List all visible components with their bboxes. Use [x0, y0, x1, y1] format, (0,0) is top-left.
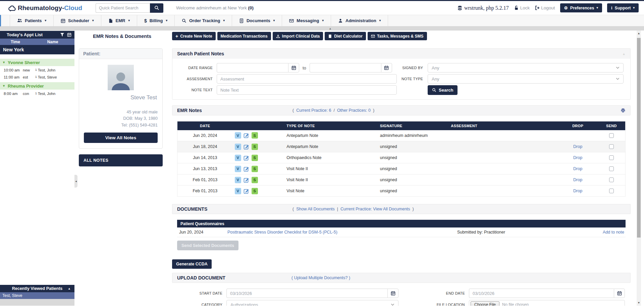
send-checkbox[interactable] [609, 155, 614, 160]
generate-ccda-button[interactable]: Generate CCDA [172, 259, 212, 269]
nav-messaging[interactable]: Messaging▾ [282, 15, 331, 26]
nav-emr[interactable]: EMR▾ [101, 15, 137, 26]
show-all-documents-link[interactable]: Show All Documents [296, 207, 335, 211]
logout-button[interactable]: Logout [535, 5, 555, 10]
view-note-button[interactable]: V [235, 166, 241, 172]
server-info-text: wrstrunk, php 5.2.17 [464, 5, 509, 11]
view-all-notes-button[interactable]: View All Notes [84, 133, 158, 143]
note-type-select[interactable]: Any [428, 74, 624, 84]
provider-group-header[interactable]: ▾ Yvonne Sherrer [0, 59, 74, 66]
view-note-button[interactable]: V [235, 155, 241, 161]
all-notes-button[interactable]: ALL NOTES [79, 154, 163, 166]
collapse-handle-icon[interactable]: ▲ [329, 27, 332, 30]
recently-viewed-header[interactable]: Recently Viewed Patients ▲ [0, 285, 74, 292]
drop-link[interactable]: Drop [573, 155, 582, 160]
view-all-documents-link[interactable]: Current Practice: View All Documents [340, 207, 410, 211]
date-from-calendar-button[interactable] [288, 63, 299, 72]
drop-link[interactable]: Drop [573, 189, 582, 193]
medication-transactions-button[interactable]: Medication Transactions [217, 32, 271, 40]
scroll-up-icon[interactable]: ▲ [637, 32, 641, 35]
search-button[interactable]: Search [428, 85, 458, 95]
drop-link[interactable]: Drop [573, 177, 582, 182]
choose-file-button[interactable]: Choose File [471, 301, 499, 306]
appt-patient[interactable]: Test, Steve [38, 75, 57, 79]
nav-billing[interactable]: $ Billing▾ [137, 15, 175, 26]
nav-order-tracking[interactable]: Order Tracking▾ [175, 15, 232, 26]
drop-link[interactable]: Drop [573, 144, 582, 149]
sign-note-button[interactable]: S [252, 132, 258, 139]
add-to-note-link[interactable]: Add to note [603, 230, 624, 235]
nav-documents[interactable]: Documents▾ [232, 15, 282, 26]
scroll-down-icon[interactable]: ▼ [637, 301, 641, 304]
create-new-note-button[interactable]: + Create New Note [172, 32, 216, 40]
view-note-button[interactable]: V [235, 132, 241, 139]
users-icon [17, 18, 22, 23]
sign-note-button[interactable]: S [252, 155, 258, 161]
note-type: Visit Note II [284, 174, 378, 186]
nav-patients[interactable]: Patients▾ [10, 15, 54, 26]
print-icon[interactable] [621, 108, 626, 113]
assessment-input[interactable] [217, 74, 397, 84]
support-button[interactable]: i Support ▾ [607, 3, 639, 12]
start-date-input[interactable] [226, 289, 387, 298]
provider-group-header[interactable]: ▾ Rheuma Provider [0, 82, 74, 90]
start-date-calendar-button[interactable] [387, 289, 398, 298]
app-logo[interactable]: Rheumatology-Cloud [7, 4, 82, 12]
recent-patient-item[interactable]: Test, Steve [0, 292, 74, 299]
sign-note-button[interactable]: S [252, 144, 258, 150]
view-note-button[interactable]: V [235, 177, 241, 183]
filter-icon[interactable] [60, 33, 64, 37]
sidebar-collapse-handle[interactable]: ◂ [74, 175, 77, 188]
sign-note-button[interactable]: S [252, 177, 258, 183]
edit-note-icon[interactable] [244, 144, 249, 150]
calendar-icon[interactable] [67, 33, 71, 37]
edit-note-icon[interactable] [244, 177, 249, 183]
import-clinical-data-button[interactable]: Import Clinical Data [273, 32, 323, 40]
col-signature: SIGNATURE [378, 121, 449, 130]
calendar-icon [391, 291, 395, 296]
sign-note-button[interactable]: S [252, 166, 258, 172]
view-note-button[interactable]: V [235, 188, 241, 194]
diet-calculator-button[interactable]: Diet Calculator [325, 32, 366, 40]
emr-notes-section: EMR Notes ( Current Practice: 6 / Other … [172, 105, 631, 197]
appt-patient[interactable]: Test, John [38, 92, 55, 96]
date-to-input[interactable] [310, 63, 381, 72]
date-from-input[interactable] [217, 63, 288, 72]
end-date-calendar-button[interactable] [614, 289, 625, 298]
send-checkbox[interactable] [609, 189, 614, 193]
send-selected-documents-button[interactable]: Send Selected Documents [177, 241, 238, 250]
tasks-messages-sms-button[interactable]: Tasks, Messages & SMS [368, 32, 427, 40]
vertical-scrollbar[interactable]: ▲ ▼ [637, 31, 641, 306]
view-note-button[interactable]: V [235, 144, 241, 150]
panel-collapse-icon[interactable]: ▲ [622, 52, 626, 56]
document-link[interactable]: Posttraumatic Stress Disorder Checklist … [227, 230, 337, 235]
preferences-button[interactable]: ⚙ Preferences ▾ [560, 3, 602, 12]
note-type: Visit Note II [284, 163, 378, 174]
edit-note-icon[interactable] [244, 166, 249, 172]
signed-by-select[interactable]: Any [428, 63, 624, 72]
edit-note-icon[interactable] [244, 133, 249, 138]
appt-patient[interactable]: Test, John [38, 68, 55, 72]
appt-time: 8:00 am [4, 92, 23, 96]
send-checkbox[interactable] [609, 166, 614, 171]
quick-search-button[interactable] [150, 3, 163, 13]
nav-scheduler[interactable]: Scheduler▾ [54, 15, 101, 26]
lock-button[interactable]: Lock [514, 5, 530, 10]
sign-note-button[interactable]: S [252, 188, 258, 194]
note-text-input[interactable] [217, 85, 397, 95]
current-practice-link[interactable]: Current Practice: 6 [296, 108, 331, 113]
edit-note-icon[interactable] [244, 155, 249, 161]
scrollbar-thumb[interactable] [637, 38, 641, 238]
send-checkbox[interactable] [609, 133, 614, 138]
send-checkbox[interactable] [609, 177, 614, 182]
nav-administration[interactable]: Administration▾ [331, 15, 388, 26]
date-to-calendar-button[interactable] [381, 63, 392, 72]
drop-link[interactable]: Drop [573, 166, 582, 171]
edit-note-icon[interactable] [244, 188, 249, 194]
category-select[interactable]: Authorizations [226, 300, 398, 306]
upload-multiple-link[interactable]: ( Upload Multiple Documents? ) [291, 275, 350, 280]
end-date-input[interactable] [469, 289, 614, 298]
other-practices-link[interactable]: Other Practices: 0 [337, 108, 371, 113]
quick-search-input[interactable] [96, 3, 150, 13]
send-checkbox[interactable] [609, 144, 614, 149]
